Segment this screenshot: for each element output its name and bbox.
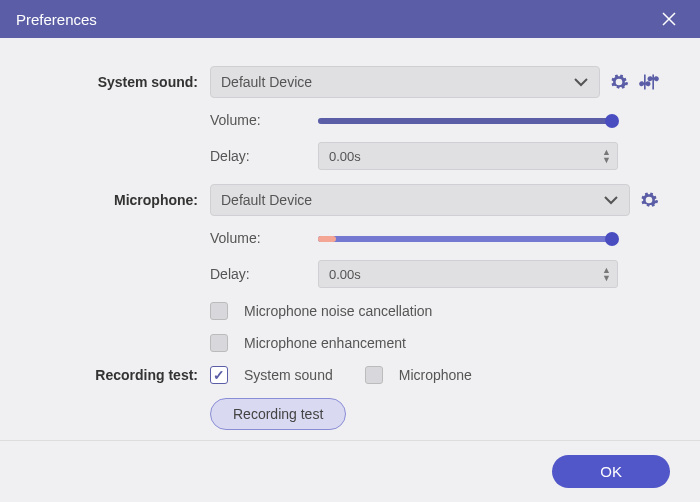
system-volume-label: Volume: xyxy=(210,112,310,128)
footer: OK xyxy=(0,440,700,502)
system-volume-slider[interactable] xyxy=(318,113,618,127)
chevron-down-icon xyxy=(573,77,589,87)
spinner-arrows[interactable]: ▲▼ xyxy=(602,266,611,282)
recording-test-button[interactable]: Recording test xyxy=(210,398,346,430)
content: System sound: Default Device Volume: xyxy=(0,38,700,454)
microphone-label: Microphone: xyxy=(40,192,210,208)
system-delay-label: Delay: xyxy=(210,148,310,164)
close-icon[interactable] xyxy=(660,10,684,28)
gear-icon[interactable] xyxy=(638,189,660,211)
noise-cancel-checkbox[interactable] xyxy=(210,302,228,320)
microphone-device-value: Default Device xyxy=(221,192,312,208)
system-sound-label: System sound: xyxy=(40,74,210,90)
mic-volume-label: Volume: xyxy=(210,230,310,246)
mic-delay-spinner[interactable]: 0.00s ▲▼ xyxy=(318,260,618,288)
noise-cancel-label: Microphone noise cancellation xyxy=(244,303,432,319)
mixer-icon[interactable] xyxy=(638,71,660,93)
mic-volume-slider[interactable] xyxy=(318,231,618,245)
recording-test-label: Recording test: xyxy=(40,367,210,383)
chevron-down-icon xyxy=(603,195,619,205)
system-sound-device-dropdown[interactable]: Default Device xyxy=(210,66,600,98)
rec-mic-checkbox[interactable] xyxy=(365,366,383,384)
system-delay-spinner[interactable]: 0.00s ▲▼ xyxy=(318,142,618,170)
system-sound-device-value: Default Device xyxy=(221,74,312,90)
ok-button[interactable]: OK xyxy=(552,455,670,488)
rec-system-checkbox[interactable] xyxy=(210,366,228,384)
titlebar: Preferences xyxy=(0,0,700,38)
enhance-checkbox[interactable] xyxy=(210,334,228,352)
rec-mic-label: Microphone xyxy=(399,367,472,383)
spinner-arrows[interactable]: ▲▼ xyxy=(602,148,611,164)
enhance-label: Microphone enhancement xyxy=(244,335,406,351)
rec-system-label: System sound xyxy=(244,367,333,383)
gear-icon[interactable] xyxy=(608,71,630,93)
window-title: Preferences xyxy=(16,11,97,28)
mic-delay-label: Delay: xyxy=(210,266,310,282)
system-delay-value: 0.00s xyxy=(329,149,361,164)
microphone-device-dropdown[interactable]: Default Device xyxy=(210,184,630,216)
mic-delay-value: 0.00s xyxy=(329,267,361,282)
